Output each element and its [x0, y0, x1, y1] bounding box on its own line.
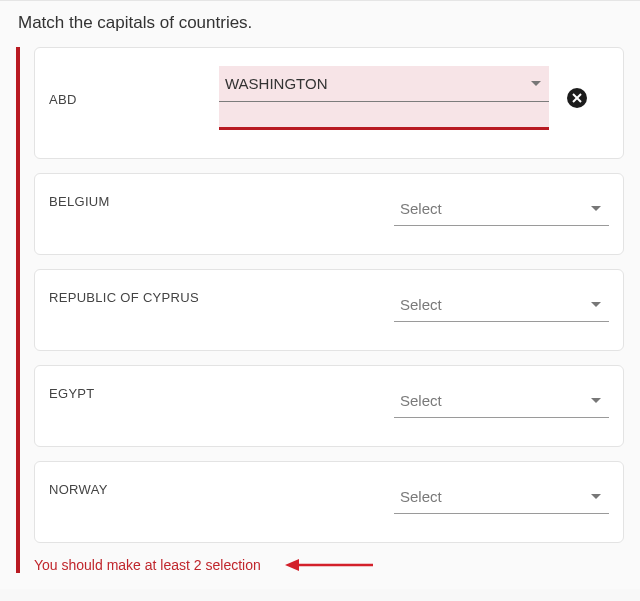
- capital-select-belgium[interactable]: Select: [394, 192, 609, 226]
- capital-select-abd[interactable]: WASHINGTON: [219, 66, 549, 130]
- match-row-abd: ABD WASHINGTON: [34, 47, 624, 159]
- country-label: EGYPT: [49, 384, 394, 401]
- match-row-egypt: EGYPT Select: [34, 365, 624, 447]
- country-label: REPUBLIC OF CYPRUS: [49, 288, 394, 305]
- select-placeholder: Select: [400, 488, 442, 505]
- select-placeholder: Select: [400, 392, 442, 409]
- country-label: ABD: [49, 90, 219, 107]
- validation-text: You should make at least 2 selection: [34, 557, 261, 573]
- cancel-icon: [572, 93, 582, 103]
- select-placeholder: Select: [400, 200, 442, 217]
- question-title: Match the capitals of countries.: [18, 13, 624, 33]
- chevron-down-icon: [591, 494, 601, 499]
- clear-selection-button[interactable]: [567, 88, 587, 108]
- chevron-down-icon: [531, 81, 541, 86]
- selected-value: WASHINGTON: [225, 75, 328, 92]
- country-label: NORWAY: [49, 480, 394, 497]
- select-error-underline: [219, 102, 549, 130]
- chevron-down-icon: [591, 398, 601, 403]
- capital-select-cyprus[interactable]: Select: [394, 288, 609, 322]
- annotation-arrow-icon: [285, 558, 375, 572]
- validation-message: You should make at least 2 selection: [34, 557, 624, 573]
- matching-block: ABD WASHINGTON BELGI: [16, 47, 624, 573]
- svg-marker-3: [285, 559, 299, 571]
- match-row-belgium: BELGIUM Select: [34, 173, 624, 255]
- capital-select-norway[interactable]: Select: [394, 480, 609, 514]
- chevron-down-icon: [591, 206, 601, 211]
- match-row-norway: NORWAY Select: [34, 461, 624, 543]
- capital-select-egypt[interactable]: Select: [394, 384, 609, 418]
- select-placeholder: Select: [400, 296, 442, 313]
- country-label: BELGIUM: [49, 192, 394, 209]
- match-row-cyprus: REPUBLIC OF CYPRUS Select: [34, 269, 624, 351]
- chevron-down-icon: [591, 302, 601, 307]
